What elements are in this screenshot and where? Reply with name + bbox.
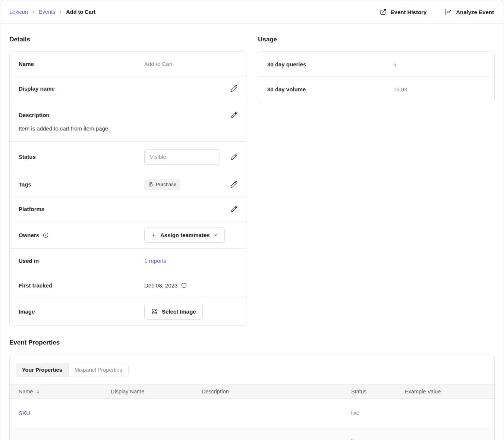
top-actions: Event History Analyze Event (379, 8, 494, 16)
pencil-icon (230, 180, 238, 188)
details-row-display-name: Display name (10, 76, 246, 101)
status-value: Visible (150, 154, 166, 160)
breadcrumb: Lexicon Events Add to Cart (9, 9, 95, 15)
name-label: Name (19, 61, 144, 67)
assign-teammates-label: Assign teammates (160, 232, 210, 238)
volume-label: 30 day volume (267, 86, 393, 92)
pencil-icon (230, 85, 238, 92)
details-row-owners: Owners Assign teammates (10, 221, 246, 249)
details-row-platforms: Platforms (10, 197, 246, 221)
chevron-right-icon (31, 10, 35, 14)
platforms-label: Platforms (19, 206, 144, 212)
edit-status-button[interactable] (228, 151, 239, 163)
usage-row-queries: 30 day queries 5 (258, 52, 494, 77)
display-name-label: Display name (19, 85, 144, 92)
column-display-name: Display Name (102, 389, 193, 395)
line-chart-icon (444, 8, 452, 16)
column-name: Name (19, 389, 33, 395)
tag-chip-purchase: Purchase (144, 179, 180, 190)
info-icon[interactable] (181, 282, 187, 289)
details-row-description: Description Item is added to cart from i… (10, 101, 246, 142)
name-value: Add to Cart (144, 61, 173, 67)
first-tracked-value: Dec 08, 2023 (144, 282, 177, 289)
column-description: Description (193, 389, 342, 395)
breadcrumb-events[interactable]: Events (39, 9, 55, 15)
chevron-down-icon (214, 233, 218, 237)
status-select[interactable]: Visible (144, 149, 220, 165)
details-row-status: Status Visible (10, 142, 246, 172)
event-properties-card: Your Properties Mixpanel Properties Name… (9, 355, 495, 440)
usage-card: 30 day queries 5 30 day volume 16.0K (258, 51, 495, 102)
details-row-name: Name Add to Cart (10, 52, 246, 76)
queries-label: 30 day queries (267, 61, 393, 67)
property-status: live (342, 439, 396, 440)
usage-row-volume: 30 day volume 16.0K (258, 77, 494, 102)
tag-chip-label: Purchase (156, 182, 176, 187)
event-properties-title: Event Properties (9, 338, 495, 347)
edit-platforms-button[interactable] (228, 204, 239, 215)
top-bar: Lexicon Events Add to Cart Event History (0, 0, 504, 24)
details-row-first-tracked: First tracked Dec 08, 2023 (10, 273, 246, 298)
table-row: Scroll % live (10, 427, 494, 440)
sort-icon[interactable] (36, 390, 40, 394)
property-link-scroll[interactable]: Scroll % (19, 439, 39, 440)
table-row: SKU live (10, 399, 494, 427)
main-content: Details Name Add to Cart Display name (0, 24, 504, 440)
event-history-label: Event History (391, 9, 427, 15)
description-label: Description (19, 112, 228, 118)
money-bag-icon (148, 182, 153, 187)
image-label: Image (19, 308, 144, 315)
status-label: Status (19, 154, 144, 160)
first-tracked-label: First tracked (19, 282, 144, 289)
pencil-icon (230, 205, 238, 213)
column-example-value: Example Value (396, 389, 494, 395)
pencil-icon (230, 111, 238, 119)
event-history-button[interactable]: Event History (379, 8, 427, 16)
used-in-reports-link[interactable]: 1 reports (144, 258, 166, 264)
edit-tags-button[interactable] (228, 179, 239, 190)
properties-table-header: Name Display Name Description Status Exa… (10, 384, 494, 399)
select-image-label: Select Image (162, 308, 196, 315)
assign-teammates-button[interactable]: Assign teammates (144, 227, 225, 243)
owners-label: Owners (19, 232, 39, 238)
property-status: live (342, 410, 396, 416)
volume-value: 16.0K (393, 86, 408, 92)
info-icon[interactable] (42, 232, 49, 238)
plus-icon (151, 232, 157, 238)
column-status: Status (342, 389, 396, 395)
properties-tabs: Your Properties Mixpanel Properties (16, 363, 129, 377)
select-image-button[interactable]: Select Image (144, 304, 203, 320)
queries-value: 5 (393, 61, 396, 67)
tags-label: Tags (19, 181, 144, 188)
tab-mixpanel-properties[interactable]: Mixpanel Properties (69, 363, 128, 377)
details-row-used-in: Used in 1 reports (10, 249, 246, 273)
analyze-event-label: Analyze Event (456, 9, 494, 15)
tab-your-properties[interactable]: Your Properties (16, 363, 69, 377)
external-link-icon (379, 8, 387, 16)
image-icon (151, 308, 158, 315)
chevron-right-icon (59, 10, 63, 14)
analyze-event-button[interactable]: Analyze Event (444, 8, 494, 16)
details-row-image: Image Select Image (10, 298, 246, 325)
description-value: Item is added to cart from item page (19, 125, 239, 132)
details-card: Name Add to Cart Display name (9, 51, 246, 326)
usage-section-title: Usage (258, 35, 495, 44)
lexicon-event-detail-page: Lexicon Events Add to Cart Event History (0, 0, 504, 440)
breadcrumb-lexicon[interactable]: Lexicon (9, 9, 28, 15)
pencil-icon (230, 153, 238, 161)
details-section-title: Details (9, 35, 246, 44)
used-in-label: Used in (19, 258, 144, 264)
breadcrumb-current-event: Add to Cart (66, 9, 95, 15)
edit-display-name-button[interactable] (228, 83, 239, 94)
edit-description-button[interactable] (228, 109, 239, 120)
property-link-sku[interactable]: SKU (19, 410, 30, 416)
details-row-tags: Tags Purchase (10, 172, 246, 197)
